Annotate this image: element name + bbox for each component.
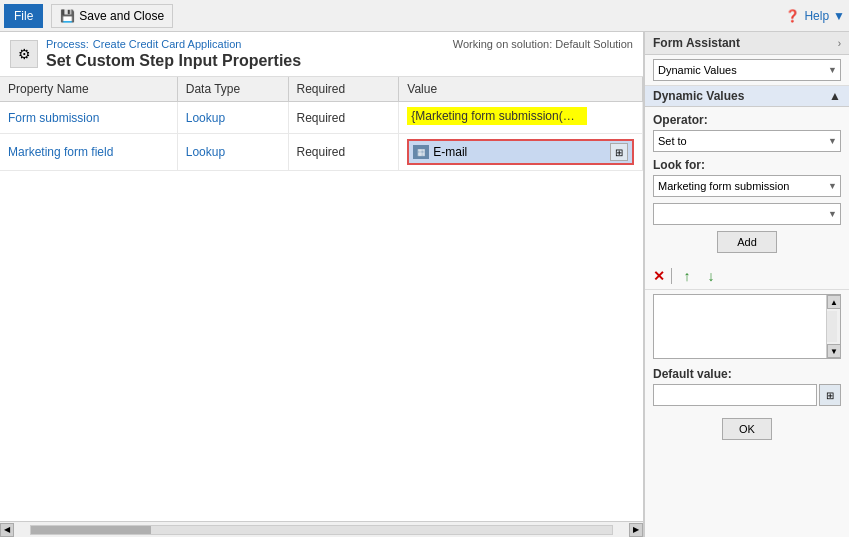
datatype-form-submission: Lookup: [177, 102, 288, 134]
dynamic-values-select-wrap: Dynamic Values ▼: [653, 59, 841, 81]
toolbar: File 💾 Save and Close ❓ Help ▼: [0, 0, 849, 32]
required-form-submission: Required: [288, 102, 399, 134]
dynamic-values-section-label: Dynamic Values ▲: [645, 86, 849, 107]
process-header: ⚙ Process: Create Credit Card Applicatio…: [0, 32, 643, 77]
action-bar: ✕ ↑ ↓: [645, 263, 849, 290]
gear-icon: ⚙: [18, 46, 31, 62]
table-header-row: Property Name Data Type Required Value: [0, 77, 643, 102]
dynamic-values-select[interactable]: Dynamic Values: [653, 59, 841, 81]
left-panel: ⚙ Process: Create Credit Card Applicatio…: [0, 32, 644, 537]
dynamic-values-content: Operator: Set to ▼ Look for: Marketing f…: [645, 107, 849, 263]
process-breadcrumb[interactable]: Process: Create Credit Card Application: [46, 38, 453, 50]
down-arrow-icon: ↓: [708, 268, 715, 284]
default-input-row: ⊞: [653, 384, 841, 406]
lookup-field-text: E-mail: [433, 145, 606, 159]
col-header-datatype: Data Type: [177, 77, 288, 102]
help-label: Help: [804, 9, 829, 23]
help-dropdown-icon: ▼: [833, 9, 845, 23]
delete-button[interactable]: ✕: [653, 268, 665, 284]
operator-label: Operator:: [653, 113, 841, 127]
property-name-form-submission[interactable]: Form submission: [0, 102, 177, 134]
header-text: Process: Create Credit Card Application …: [46, 38, 453, 70]
second-select-wrap: ▼: [653, 203, 841, 225]
look-for-select[interactable]: Marketing form submission: [653, 175, 841, 197]
col-header-property: Property Name: [0, 77, 177, 102]
value-list-area: ▲ ▼: [653, 294, 841, 359]
value-list-scrollbar: ▲ ▼: [826, 295, 840, 358]
dynamic-values-section-text: Dynamic Values: [653, 89, 744, 103]
operator-row: Set to ▼: [653, 130, 841, 152]
add-button[interactable]: Add: [717, 231, 777, 253]
help-link[interactable]: ❓ Help ▼: [785, 9, 845, 23]
save-icon: 💾: [60, 9, 75, 23]
value-highlight-text: {Marketing form submission(Mark: [407, 107, 587, 125]
property-name-marketing-form[interactable]: Marketing form field: [0, 134, 177, 171]
page-title: Set Custom Step Input Properties: [46, 52, 453, 70]
look-for-label: Look for:: [653, 158, 841, 172]
second-select[interactable]: [653, 203, 841, 225]
operator-select[interactable]: Set to: [653, 130, 841, 152]
col-header-value: Value: [399, 77, 643, 102]
value-scroll-track: [827, 311, 837, 342]
lookup-browse-button[interactable]: ⊞: [610, 143, 628, 161]
scroll-thumb[interactable]: [31, 526, 151, 534]
default-value-label: Default value:: [653, 367, 841, 381]
datatype-marketing-form: Lookup: [177, 134, 288, 171]
value-marketing-form[interactable]: ▦ E-mail ⊞: [399, 134, 643, 171]
process-icon: ⚙: [10, 40, 38, 68]
save-close-label: Save and Close: [79, 9, 164, 23]
scroll-track[interactable]: [30, 525, 613, 535]
process-prefix: Process:: [46, 38, 89, 50]
save-close-button[interactable]: 💾 Save and Close: [51, 4, 173, 28]
look-for-select-wrap: Marketing form submission ▼: [653, 175, 841, 197]
dynamic-values-collapse-icon[interactable]: ▲: [829, 89, 841, 103]
scroll-left-arrow[interactable]: ◀: [0, 523, 14, 537]
value-scroll-down[interactable]: ▼: [827, 344, 841, 358]
value-form-submission[interactable]: {Marketing form submission(Mark: [399, 102, 643, 134]
default-lookup-button[interactable]: ⊞: [819, 384, 841, 406]
working-on-label: Working on solution: Default Solution: [453, 38, 633, 50]
value-scroll-up[interactable]: ▲: [827, 295, 841, 309]
property-table-wrapper: Property Name Data Type Required Value F…: [0, 77, 643, 521]
lookup-field[interactable]: ▦ E-mail ⊞: [407, 139, 634, 165]
operator-select-wrap: Set to ▼: [653, 130, 841, 152]
default-value-input[interactable]: [653, 384, 817, 406]
required-marketing-form: Required: [288, 134, 399, 171]
right-panel: Form Assistant › Dynamic Values ▼ Dynami…: [644, 32, 849, 537]
dynamic-values-row: Dynamic Values ▼: [645, 55, 849, 86]
scroll-right-arrow[interactable]: ▶: [629, 523, 643, 537]
file-button[interactable]: File: [4, 4, 43, 28]
move-down-button[interactable]: ↓: [702, 267, 720, 285]
lookup-field-icon: ▦: [413, 145, 429, 159]
property-table: Property Name Data Type Required Value F…: [0, 77, 643, 171]
help-icon: ❓: [785, 9, 800, 23]
col-header-required: Required: [288, 77, 399, 102]
move-up-button[interactable]: ↑: [678, 267, 696, 285]
second-dropdown-row: ▼: [653, 203, 841, 225]
default-value-section: Default value: ⊞: [645, 363, 849, 412]
up-arrow-icon: ↑: [684, 268, 691, 284]
main-container: ⚙ Process: Create Credit Card Applicatio…: [0, 32, 849, 537]
action-divider: [671, 268, 672, 284]
ok-button[interactable]: OK: [722, 418, 772, 440]
form-assistant-title: Form Assistant: [653, 36, 740, 50]
horizontal-scrollbar[interactable]: ◀ ▶: [0, 521, 643, 537]
form-assistant-expand-icon[interactable]: ›: [838, 38, 841, 49]
process-name[interactable]: Create Credit Card Application: [93, 38, 242, 50]
table-row: Form submission Lookup Required {Marketi…: [0, 102, 643, 134]
look-for-row: Marketing form submission ▼: [653, 175, 841, 197]
table-row: Marketing form field Lookup Required ▦ E…: [0, 134, 643, 171]
form-assistant-header: Form Assistant ›: [645, 32, 849, 55]
value-list-content: [654, 295, 826, 358]
